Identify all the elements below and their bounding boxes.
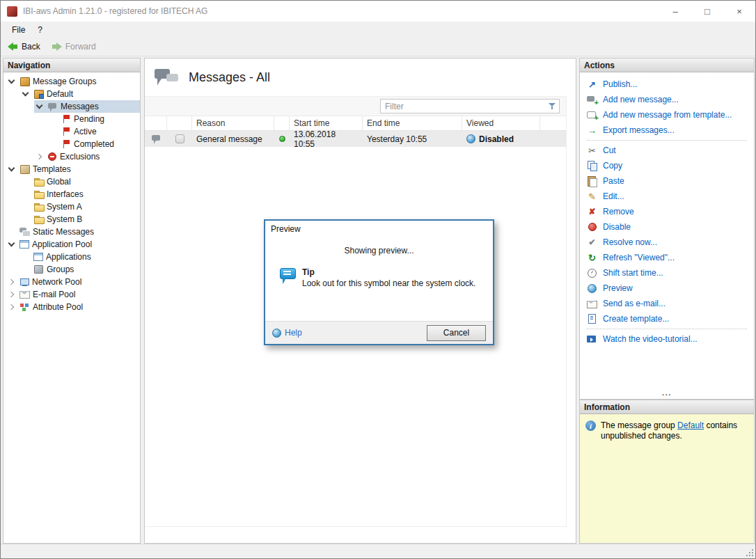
actions-overflow-button[interactable]: ··· xyxy=(580,391,754,398)
column-reason[interactable]: Reason xyxy=(192,116,274,130)
action-item[interactable]: Send as e-mail... xyxy=(580,296,754,311)
tree-item[interactable]: System A xyxy=(3,200,140,213)
resize-grip-icon[interactable] xyxy=(745,548,754,557)
action-label: Send as e-mail... xyxy=(603,299,666,308)
action-item[interactable]: Create template... xyxy=(580,311,754,326)
tree-item[interactable]: Pending xyxy=(3,113,140,125)
actions-header: Actions xyxy=(580,58,754,72)
cancel-button[interactable]: Cancel xyxy=(427,325,486,341)
publish-icon xyxy=(586,79,598,90)
action-label: Resolve now... xyxy=(603,237,657,247)
action-item[interactable]: Copy xyxy=(580,158,754,173)
tree-item[interactable]: Groups xyxy=(3,263,140,276)
tree-item[interactable]: Exclusions xyxy=(3,150,140,163)
menu-help[interactable]: ? xyxy=(31,23,49,37)
action-item[interactable]: Preview xyxy=(580,281,754,296)
preview-dialog: Preview Showing preview... Tip Look out … xyxy=(264,219,494,345)
action-item[interactable]: Resolve now... xyxy=(580,235,754,250)
tree-expander-icon[interactable] xyxy=(6,302,17,313)
tree-expander-icon[interactable] xyxy=(20,202,31,212)
tree-expander-icon[interactable] xyxy=(48,114,58,125)
add-from-template-icon xyxy=(586,109,598,120)
action-item[interactable]: Shift start time... xyxy=(580,265,754,281)
tree-item[interactable]: Active xyxy=(3,125,140,138)
group-icon xyxy=(19,77,30,87)
tree-expander-icon[interactable] xyxy=(20,177,31,187)
dialog-message: Showing preview... xyxy=(265,246,493,255)
action-separator xyxy=(587,140,747,141)
tree-item-content: Attribute Pool xyxy=(6,301,140,313)
action-item[interactable]: Remove xyxy=(580,204,754,219)
tree-item-label: Pending xyxy=(74,114,104,124)
action-label: Copy xyxy=(603,161,622,171)
tree-item[interactable]: Attribute Pool xyxy=(3,301,140,313)
action-item[interactable]: Cut xyxy=(580,143,754,158)
tree-expander-icon[interactable] xyxy=(48,127,58,137)
default-group-link[interactable]: Default xyxy=(677,420,704,430)
column-status[interactable] xyxy=(274,116,290,130)
action-item[interactable]: Add new message from template... xyxy=(580,107,754,123)
column-viewed[interactable]: Viewed xyxy=(462,116,540,130)
groups-icon xyxy=(33,265,44,275)
create-template-icon xyxy=(586,313,598,324)
forward-button[interactable]: Forward xyxy=(52,42,96,52)
help-link[interactable]: Help xyxy=(272,328,302,338)
tree-expander-icon[interactable] xyxy=(34,152,45,162)
action-label: Watch the video-tutorial... xyxy=(603,334,698,344)
tree-expander-icon[interactable] xyxy=(20,265,31,275)
remove-icon xyxy=(586,206,598,217)
tree-item[interactable]: Default xyxy=(3,88,140,100)
tree-expander-icon[interactable] xyxy=(20,252,31,262)
actions-list: Publish... Add new message... Add new me… xyxy=(580,72,754,399)
tree-expander-icon[interactable] xyxy=(20,89,31,100)
tree-item[interactable]: System B xyxy=(3,213,140,226)
action-item[interactable]: Paste xyxy=(580,173,754,189)
messages-header-icon-bubble xyxy=(166,74,178,81)
menu-file[interactable]: File xyxy=(6,23,31,37)
navigation-panel: Navigation Message Groups Default xyxy=(3,58,141,544)
tree-item[interactable]: Application Pool xyxy=(3,238,140,251)
tree-item[interactable]: Applications xyxy=(3,251,140,263)
maximize-button[interactable]: □ xyxy=(691,1,723,22)
tree-item[interactable]: Network Pool xyxy=(3,276,140,288)
tree-item[interactable]: E-mail Pool xyxy=(3,288,140,301)
tree-expander-icon[interactable] xyxy=(6,227,17,237)
close-button[interactable]: × xyxy=(723,1,755,22)
action-item[interactable]: Publish... xyxy=(580,77,754,92)
filter-funnel-icon[interactable] xyxy=(548,103,556,109)
tip-row: Tip Look out for this symbol near the sy… xyxy=(280,267,493,288)
tree-item[interactable]: Messages xyxy=(3,100,140,113)
tree-item-label: Message Groups xyxy=(33,77,96,86)
tip-title: Tip xyxy=(302,267,475,277)
action-item[interactable]: Refresh "Viewed"... xyxy=(580,250,754,265)
tree-expander-icon[interactable] xyxy=(34,102,45,112)
tree-expander-icon[interactable] xyxy=(6,290,17,300)
action-item[interactable]: Disable xyxy=(580,219,754,235)
action-item[interactable]: Edit... xyxy=(580,189,754,204)
tree-item[interactable]: Global xyxy=(3,175,140,188)
tree-expander-icon[interactable] xyxy=(6,239,17,250)
tree-item[interactable]: Message Groups xyxy=(3,75,140,88)
column-end-time[interactable]: End time xyxy=(363,116,462,130)
action-item[interactable]: Add new message... xyxy=(580,92,754,107)
message-row[interactable]: General message 13.06.2018 10:55 Yesterd… xyxy=(145,131,566,147)
tree-expander-icon[interactable] xyxy=(20,189,31,200)
tree-item[interactable]: Static Messages xyxy=(3,226,140,238)
back-button[interactable]: Back xyxy=(8,42,40,52)
refresh-icon xyxy=(586,252,598,263)
action-item[interactable]: Watch the video-tutorial... xyxy=(580,331,754,347)
tree-item[interactable]: Templates xyxy=(3,163,140,175)
tree-item[interactable]: Completed xyxy=(3,138,140,150)
completed-flag-icon xyxy=(61,139,71,149)
filter-input[interactable] xyxy=(385,102,545,111)
action-item[interactable]: Export messages... xyxy=(580,123,754,138)
tree-expander-icon[interactable] xyxy=(6,277,17,288)
titlebar: IBI-aws Admin 1.21.0 - registered for IB… xyxy=(1,1,755,22)
tree-expander-icon[interactable] xyxy=(20,214,31,225)
minimize-button[interactable]: – xyxy=(659,1,691,22)
column-start-time[interactable]: Start time xyxy=(290,116,363,130)
tree-item[interactable]: Interfaces xyxy=(3,188,140,200)
tree-expander-icon[interactable] xyxy=(6,77,17,87)
tree-expander-icon[interactable] xyxy=(6,164,17,175)
tree-expander-icon[interactable] xyxy=(48,139,58,150)
